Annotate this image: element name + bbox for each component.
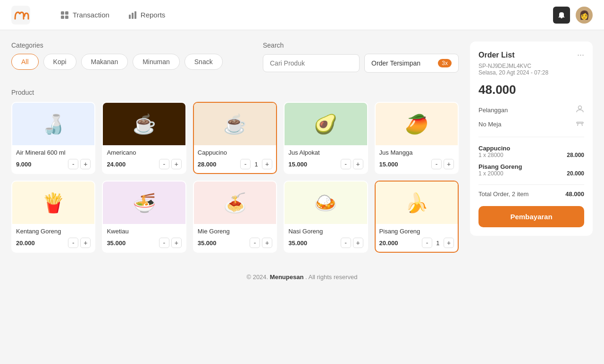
product-image-2: ☕ <box>103 103 185 145</box>
qty-controls-6: - + <box>68 238 91 248</box>
order-summary: Total Order, 2 item 48.000 <box>478 184 584 198</box>
product-price-row-7: 35.000 - + <box>107 238 181 248</box>
order-more-icon[interactable]: ··· <box>577 50 584 60</box>
product-card-3[interactable]: ☕ Cappucino 28.000 - 1 + <box>193 102 277 174</box>
order-summary-label: Total Order, 2 item <box>478 190 528 198</box>
order-item-cappucino: Cappucino 1 x 28000 28.000 <box>478 145 584 158</box>
product-image-3: ☕ <box>194 103 276 145</box>
qty-minus-1[interactable]: - <box>68 159 78 169</box>
nav-reports[interactable]: Reports <box>121 7 173 23</box>
qty-minus-7[interactable]: - <box>159 238 169 248</box>
product-price-9: 35.000 <box>288 240 307 247</box>
product-price-row-3: 28.000 - 1 + <box>198 159 272 169</box>
product-price-row-9: 35.000 - + <box>288 238 363 248</box>
order-meta-pelanggan: Pelanggan <box>478 105 584 115</box>
product-image-10: 🍌 <box>376 182 458 224</box>
product-grid: 🍶 Air Mineral 600 ml 9.000 - + ☕ America… <box>11 102 459 253</box>
order-tersimpan-button[interactable]: Order Tersimpan 3x <box>364 54 459 73</box>
qty-plus-2[interactable]: + <box>171 159 182 169</box>
svg-line-11 <box>582 124 582 126</box>
cat-kopi[interactable]: Kopi <box>43 54 76 70</box>
product-info-6: Kentang Goreng 20.000 - + <box>12 224 94 252</box>
product-card-1[interactable]: 🍶 Air Mineral 600 ml 9.000 - + <box>11 102 95 174</box>
order-panel: Order List ··· SP-NJ9DEJML4KVC Selasa, 2… <box>470 41 593 236</box>
product-price-7: 35.000 <box>107 240 126 247</box>
qty-minus-2[interactable]: - <box>159 159 169 169</box>
qty-plus-7[interactable]: + <box>171 238 182 248</box>
qty-plus-1[interactable]: + <box>80 159 91 169</box>
user-avatar[interactable]: 👩 <box>576 7 593 24</box>
main-nav: Transaction Reports <box>53 7 553 23</box>
order-meta: Pelanggan No Meja <box>478 105 584 137</box>
svg-rect-1 <box>61 11 64 15</box>
nav-transaction[interactable]: Transaction <box>53 7 117 23</box>
qty-plus-10[interactable]: + <box>444 238 454 248</box>
svg-rect-6 <box>132 13 134 19</box>
product-price-row-10: 20.000 - 1 + <box>379 238 454 248</box>
pelanggan-label: Pelanggan <box>478 107 508 114</box>
product-info-5: Jus Mangga 15.000 - + <box>376 145 458 173</box>
product-info-1: Air Mineral 600 ml 9.000 - + <box>12 145 94 173</box>
qty-controls-10: - 1 + <box>422 238 454 248</box>
order-summary-value: 48.000 <box>565 190 584 198</box>
qty-minus-5[interactable]: - <box>431 159 442 169</box>
product-card-2[interactable]: ☕ Americano 24.000 - + <box>102 102 186 174</box>
search-label: Search <box>263 41 459 49</box>
svg-line-10 <box>578 124 578 126</box>
qty-minus-8[interactable]: - <box>250 238 260 248</box>
product-image-4: 🥑 <box>285 103 367 145</box>
logo[interactable] <box>11 6 34 25</box>
svg-rect-5 <box>129 15 131 19</box>
product-price-1: 9.000 <box>16 161 32 168</box>
qty-minus-6[interactable]: - <box>68 238 78 248</box>
product-card-8[interactable]: 🍝 Mie Goreng 35.000 - + <box>193 181 277 253</box>
qty-num-10: 1 <box>434 240 442 247</box>
pay-button[interactable]: Pembayaran <box>478 206 584 227</box>
nav-transaction-label: Transaction <box>73 11 109 19</box>
cat-all[interactable]: All <box>11 54 39 70</box>
product-card-10[interactable]: 🍌 Pisang Goreng 20.000 - 1 + <box>375 181 459 253</box>
search-input[interactable] <box>263 54 360 72</box>
order-items: Cappucino 1 x 28000 28.000 Pisang Goreng… <box>478 145 584 177</box>
qty-minus-3[interactable]: - <box>240 159 251 169</box>
notification-button[interactable] <box>553 7 570 24</box>
nav-reports-label: Reports <box>141 11 166 19</box>
qty-plus-8[interactable]: + <box>262 238 272 248</box>
order-title: Order List <box>478 51 514 59</box>
product-card-9[interactable]: 🍛 Nasi Goreng 35.000 - + <box>284 181 368 253</box>
qty-minus-9[interactable]: - <box>341 238 351 248</box>
order-item-cappucino-price: 28.000 <box>567 152 584 158</box>
svg-rect-3 <box>61 16 64 19</box>
cat-makanan[interactable]: Makanan <box>81 54 128 70</box>
product-info-7: Kwetiau 35.000 - + <box>103 224 185 252</box>
qty-plus-3[interactable]: + <box>262 159 272 169</box>
qty-minus-4[interactable]: - <box>341 159 351 169</box>
product-card-5[interactable]: 🥭 Jus Mangga 15.000 - + <box>375 102 459 174</box>
cat-minuman[interactable]: Minuman <box>133 54 180 70</box>
product-price-8: 35.000 <box>198 240 217 247</box>
qty-plus-5[interactable]: + <box>444 159 454 169</box>
product-info-9: Nasi Goreng 35.000 - + <box>285 224 367 252</box>
product-name-4: Jus Alpokat <box>288 149 363 156</box>
table-icon[interactable] <box>576 119 584 129</box>
product-card-4[interactable]: 🥑 Jus Alpokat 15.000 - + <box>284 102 368 174</box>
product-name-7: Kwetiau <box>107 228 181 235</box>
person-icon[interactable] <box>576 105 584 115</box>
product-card-6[interactable]: 🍟 Kentang Goreng 20.000 - + <box>11 181 95 253</box>
qty-controls-5: - + <box>431 159 454 169</box>
order-item-cappucino-qty: 1 x 28000 <box>478 152 503 158</box>
qty-plus-4[interactable]: + <box>353 159 363 169</box>
svg-rect-0 <box>11 6 30 25</box>
qty-minus-10[interactable]: - <box>422 238 432 248</box>
qty-plus-9[interactable]: + <box>353 238 363 248</box>
product-price-4: 15.000 <box>288 161 307 168</box>
cat-snack[interactable]: Snack <box>185 54 223 70</box>
qty-plus-6[interactable]: + <box>80 238 91 248</box>
product-image-7: 🍜 <box>103 182 185 224</box>
product-price-row-2: 24.000 - + <box>107 159 181 169</box>
right-panel: Order List ··· SP-NJ9DEJML4KVC Selasa, 2… <box>470 41 593 253</box>
product-card-7[interactable]: 🍜 Kwetiau 35.000 - + <box>102 181 186 253</box>
product-image-9: 🍛 <box>285 182 367 224</box>
order-item-pisang: Pisang Goreng 1 x 20000 20.000 <box>478 163 584 177</box>
order-date: Selasa, 20 Agt 2024 - 07:28 <box>478 69 584 76</box>
